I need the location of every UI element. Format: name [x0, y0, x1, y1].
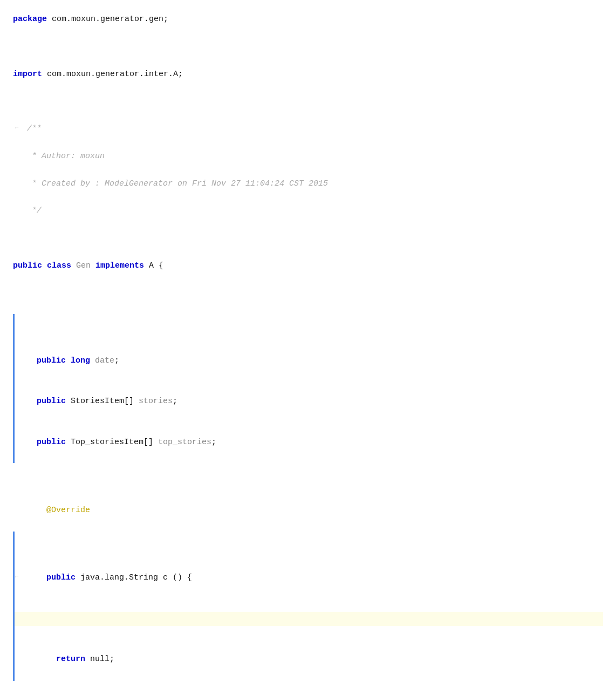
- field-stories: stories: [139, 397, 173, 406]
- line-content: public long date;: [17, 355, 603, 368]
- text: null;: [85, 655, 114, 664]
- keyword-public2: public: [37, 397, 66, 406]
- comment-created: * Created by : ModelGenerator on Fri Nov…: [27, 179, 328, 188]
- override-annotation-1: @Override: [46, 506, 90, 515]
- line-content: @Override: [27, 504, 603, 517]
- accent-group-fields: public long date; public StoriesItem[] s…: [13, 314, 603, 463]
- line-8: */: [13, 205, 603, 219]
- line-content: package com.moxun.generator.gen;: [13, 13, 603, 26]
- field-date: date: [95, 356, 114, 365]
- line-6: * Author: moxun: [13, 150, 603, 164]
- line-12: public long date;: [13, 355, 603, 369]
- line-content: */: [27, 205, 603, 218]
- comment-author: * Author: moxun: [27, 152, 105, 161]
- line-11: [13, 287, 603, 301]
- keyword-public3: public: [37, 438, 66, 447]
- keyword-long: long: [71, 356, 90, 365]
- fold-icon[interactable]: ⌐: [15, 122, 20, 128]
- code-block: package com.moxun.generator.gen; import …: [0, 0, 616, 681]
- text2: ;: [173, 397, 177, 406]
- text: StoriesItem[]: [66, 397, 139, 406]
- line-content: public class Gen implements A {: [13, 260, 603, 273]
- text: java.lang.String c () {: [76, 573, 192, 582]
- line-4: [13, 95, 603, 109]
- line-content: public StoriesItem[] stories;: [17, 395, 603, 408]
- line-13: public StoriesItem[] stories;: [13, 395, 603, 409]
- text2: ;: [211, 438, 216, 447]
- line-17: ⌐ public java.lang.String c () {: [13, 571, 603, 585]
- keyword-package: package: [13, 15, 47, 24]
- line-content: public Top_storiesItem[] top_stories;: [17, 436, 603, 450]
- line-content: * Created by : ModelGenerator on Fri Nov…: [27, 178, 603, 191]
- line-2: [13, 40, 603, 55]
- text: Top_storiesItem[]: [66, 438, 158, 447]
- keyword-public: public: [13, 261, 47, 270]
- text: com.moxun.generator.gen;: [47, 15, 168, 24]
- field-top-stories: top_stories: [158, 438, 211, 447]
- line-9: [13, 232, 603, 246]
- method-c-group: ⌐ public java.lang.String c () { return …: [13, 532, 603, 682]
- line-content: import com.moxun.generator.inter.A;: [13, 68, 603, 81]
- comment-start: /**: [27, 124, 42, 133]
- keyword-class: class: [47, 261, 71, 270]
- line-14: public Top_storiesItem[] top_stories;: [13, 436, 603, 450]
- line-18-highlight: [13, 612, 603, 626]
- keyword-implements: implements: [95, 261, 144, 270]
- keyword-public: public: [37, 356, 66, 365]
- line-1: package com.moxun.generator.gen;: [13, 13, 603, 27]
- line-5: ⌐ /**: [13, 122, 603, 137]
- line-3: import com.moxun.generator.inter.A;: [13, 68, 603, 82]
- text: com.moxun.generator.inter.A;: [42, 70, 183, 79]
- text: ;: [114, 356, 119, 365]
- line-10: public class Gen implements A {: [13, 260, 603, 274]
- keyword-import: import: [13, 70, 42, 79]
- line-16: @Override: [13, 504, 603, 518]
- gutter-fold-2[interactable]: ⌐: [13, 571, 23, 577]
- line-content: public java.lang.String c () {: [27, 571, 603, 585]
- keyword-return: return: [56, 655, 85, 664]
- comment-end: */: [27, 206, 42, 215]
- line-content: /**: [27, 122, 603, 136]
- gutter-fold[interactable]: ⌐: [13, 122, 23, 128]
- line-18-content: [17, 612, 603, 625]
- line-7: * Created by : ModelGenerator on Fri Nov…: [13, 178, 603, 192]
- classname: Gen: [71, 261, 95, 270]
- line-15: [13, 476, 603, 491]
- code-editor: package com.moxun.generator.gen; import …: [0, 0, 616, 681]
- line-content: * Author: moxun: [27, 150, 603, 164]
- keyword-public4: public: [46, 573, 76, 582]
- fold-icon-2[interactable]: ⌐: [15, 571, 20, 577]
- text: A {: [144, 261, 163, 270]
- line-19: return null;: [13, 653, 603, 667]
- line-content: return null;: [17, 653, 603, 666]
